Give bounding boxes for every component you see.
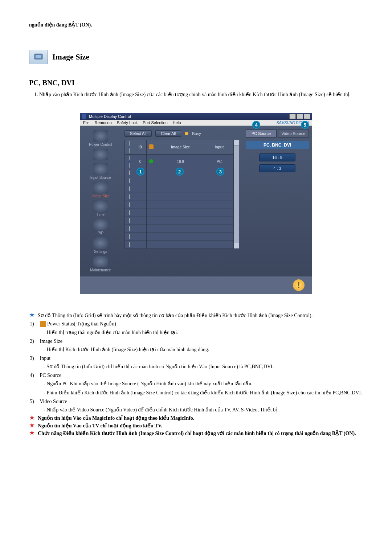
sidebar-item-input-source[interactable]: Input Source bbox=[82, 163, 119, 180]
note-power-on: Chức năng Điều khiển Kích thước Hình ảnh… bbox=[38, 430, 356, 436]
legend-5a: Nhấp vào thẻ Video Source (Nguồn Video) … bbox=[44, 406, 363, 414]
sidebar-item-remote[interactable] bbox=[82, 149, 119, 161]
row-checkbox[interactable] bbox=[127, 156, 132, 168]
maximize-button[interactable] bbox=[297, 114, 303, 119]
instruction-step-1: Nhấp vào phần Kích thước Hình ảnh (Image… bbox=[39, 91, 363, 98]
row-checkbox[interactable] bbox=[129, 202, 130, 207]
table-row[interactable]: 0 16:9 PC bbox=[125, 155, 234, 169]
row-checkbox[interactable] bbox=[129, 218, 130, 223]
table-row[interactable] bbox=[125, 225, 234, 233]
close-button[interactable] bbox=[304, 114, 310, 119]
legend-5-title: Video Source bbox=[40, 399, 67, 404]
maintenance-icon bbox=[93, 256, 108, 267]
minimize-button[interactable] bbox=[289, 114, 296, 119]
input-source-icon bbox=[93, 163, 108, 175]
busy-indicator-icon bbox=[185, 132, 188, 135]
legend-2: 2) Image Size bbox=[30, 338, 363, 344]
callout-4: 4 bbox=[252, 121, 260, 129]
menu-safety-lock[interactable]: Safety Lock bbox=[117, 120, 138, 125]
table-row[interactable] bbox=[125, 177, 234, 185]
row-checkbox[interactable] bbox=[129, 210, 130, 215]
legend-4b: Phím Điều khiển Kích thước Hình ảnh (Ima… bbox=[44, 389, 363, 397]
image-size-icon bbox=[29, 50, 48, 64]
page-continuation-text: nguồn điện đang BẬT (ON). bbox=[29, 22, 363, 28]
clear-all-button[interactable]: Clear All bbox=[155, 130, 181, 137]
center-pane: Select All Clear All Busy ID Image Size … bbox=[121, 126, 243, 276]
select-all-button[interactable]: Select All bbox=[124, 130, 152, 137]
sidebar: Power Control Input Source Image Size Ti… bbox=[80, 126, 121, 276]
legend-intro: Sơ đồ Thông tin (Info Grid) sẽ trình bày… bbox=[38, 312, 313, 319]
section-heading: Image Size bbox=[29, 50, 363, 64]
legend-1-title: Power Status( Trạng thái Nguồn) bbox=[47, 321, 116, 327]
row-checkbox[interactable] bbox=[129, 234, 130, 239]
sidebar-item-maintenance[interactable]: Maintenance bbox=[82, 256, 119, 272]
table-row[interactable] bbox=[125, 193, 234, 201]
tab-video-source[interactable]: Video Source bbox=[278, 130, 309, 138]
tab-pc-source[interactable]: PC Source bbox=[246, 130, 277, 138]
cell-image-size: 16:9 bbox=[156, 155, 205, 169]
menu-file[interactable]: File bbox=[83, 120, 90, 125]
pip-icon bbox=[93, 219, 108, 230]
menubar: File Remocon Safety Lock Port Selection … bbox=[80, 120, 312, 126]
row-checkbox[interactable] bbox=[129, 226, 130, 231]
star-icon: ★ bbox=[29, 312, 35, 317]
star-icon: ★ bbox=[29, 423, 35, 428]
callout-1: 1 bbox=[136, 168, 144, 176]
table-row[interactable] bbox=[125, 209, 234, 217]
table-row[interactable] bbox=[125, 185, 234, 193]
table-row[interactable] bbox=[125, 241, 234, 249]
info-icon[interactable]: ! bbox=[293, 279, 305, 291]
panel-heading: PC, BNC, DVI bbox=[246, 141, 309, 149]
legend-4-title: PC Source bbox=[40, 373, 62, 378]
menu-help[interactable]: Help bbox=[173, 120, 181, 125]
legend-4: 4) PC Source bbox=[30, 373, 363, 378]
scroll-down-icon[interactable] bbox=[234, 243, 239, 249]
legend-3-title: Input bbox=[40, 356, 51, 361]
note-magicinfo: Nguồn tín hiệu Vào của MagicInfo chỉ hoạ… bbox=[38, 415, 194, 421]
sidebar-item-settings[interactable]: Settings bbox=[82, 237, 119, 254]
statusbar: ! bbox=[80, 276, 312, 294]
star-icon: ★ bbox=[29, 430, 35, 435]
power-status-header-icon bbox=[149, 144, 154, 149]
note-tv: Nguồn tín hiệu Vào của TV chỉ hoạt động … bbox=[38, 423, 162, 429]
row-checkbox[interactable] bbox=[129, 178, 130, 183]
table-row[interactable] bbox=[125, 217, 234, 225]
image-size-icon bbox=[93, 182, 108, 193]
sidebar-item-power-control[interactable]: Power Control bbox=[82, 130, 119, 147]
sidebar-item-time[interactable]: Time bbox=[82, 200, 119, 217]
star-icon: ★ bbox=[29, 415, 35, 420]
table-row[interactable] bbox=[125, 233, 234, 241]
row-checkbox[interactable] bbox=[129, 171, 130, 175]
window-title: Multiple Display Control bbox=[89, 114, 131, 119]
legend-2a: Hiển thị Kích thước Hình ảnh (Image Size… bbox=[44, 346, 363, 353]
option-4-3-button[interactable]: 4 : 3 bbox=[259, 164, 295, 172]
time-icon bbox=[93, 200, 108, 212]
row-checkbox[interactable] bbox=[129, 186, 130, 191]
scroll-up-icon[interactable] bbox=[234, 140, 239, 146]
app-body: Power Control Input Source Image Size Ti… bbox=[80, 126, 312, 276]
row-checkbox[interactable] bbox=[129, 242, 130, 247]
table-row[interactable] bbox=[125, 201, 234, 209]
callout-3: 3 bbox=[216, 168, 224, 176]
sidebar-item-pip[interactable]: PIP bbox=[82, 219, 119, 235]
power-on-icon bbox=[149, 159, 153, 163]
legend-2-title: Image Size bbox=[40, 338, 63, 344]
section-title: Image Size bbox=[52, 52, 89, 62]
titlebar: Multiple Display Control bbox=[80, 113, 312, 120]
grid-scrollbar[interactable] bbox=[234, 140, 239, 249]
legend-3: 3) Input bbox=[30, 356, 363, 361]
option-16-9-button[interactable]: 16 : 9 bbox=[259, 153, 295, 161]
right-pane: 4 5 PC Source Video Source PC, BNC, DVI … bbox=[243, 126, 312, 276]
col-id: ID bbox=[134, 140, 147, 155]
subsection-title: PC, BNC, DVI bbox=[29, 79, 363, 87]
sidebar-item-image-size[interactable]: Image Size bbox=[82, 182, 119, 198]
row-checkbox[interactable] bbox=[129, 194, 130, 199]
menu-port-selection[interactable]: Port Selection bbox=[143, 120, 167, 125]
table-row[interactable]: 1 2 3 bbox=[125, 169, 234, 177]
app-icon bbox=[82, 114, 87, 119]
legend-1: 1) Power Status( Trạng thái Nguồn) bbox=[30, 321, 363, 327]
col-input: Input bbox=[205, 140, 233, 155]
col-image-size: Image Size bbox=[156, 140, 205, 155]
header-checkbox[interactable] bbox=[127, 141, 132, 153]
menu-remocon[interactable]: Remocon bbox=[95, 120, 112, 125]
